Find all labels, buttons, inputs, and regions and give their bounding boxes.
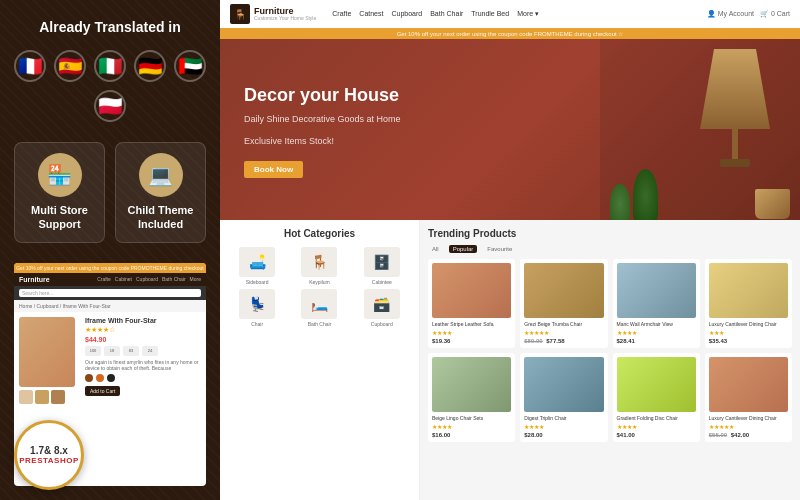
hero-nav-crafte: Crafte (332, 10, 351, 18)
sideboard-label: Sideboard (246, 279, 269, 285)
left-store-logo: Furniture (19, 276, 50, 283)
left-store-nav: Furniture Crafte Cabinet Cupboard Bath C… (14, 273, 206, 286)
product-stars-6: ★★★★ (617, 423, 696, 430)
product-card-3[interactable]: Luxury Cantilever Dining Chair ★★★ $35.4… (705, 259, 792, 348)
product-stars-2: ★★★★ (617, 329, 696, 336)
left-promo-bar: Get 10% off your next order using the co… (14, 263, 206, 273)
products-section: Trending Products All Popular Favourite … (420, 220, 800, 500)
category-keypilum[interactable]: 🪑 Keypilum (290, 247, 348, 285)
tab-popular[interactable]: Popular (449, 245, 478, 253)
product-card-6[interactable]: Gradient Folding Disc Chair ★★★★ $41.00 (613, 353, 700, 442)
hero-nav-links: Crafte Catnest Cupboard Bath Chair Trund… (332, 10, 539, 18)
hero-nav-more: More ▾ (517, 10, 539, 18)
products-grid: Leather Stripe Leather Sofa ★★★★ $19.36 … (428, 259, 792, 442)
store-bottom: Hot Categories 🛋️ Sideboard 🪑 Keypilum 🗄… (220, 220, 800, 500)
product-card-7[interactable]: Luxury Cantilever Dining Chair ★★★★★ $55… (705, 353, 792, 442)
left-search-input[interactable]: Search here... (19, 289, 201, 297)
product-card-1[interactable]: Grezi Beige Trumba Chair ★★★★★ $89.00 $7… (520, 259, 607, 348)
product-price-1: $89.00 $77.58 (524, 338, 603, 344)
product-img-2 (617, 263, 696, 318)
product-name-5: Digest Triplin Chair (524, 415, 603, 421)
product-name-3: Luxury Cantilever Dining Chair (709, 321, 788, 327)
product-stars-7: ★★★★★ (709, 423, 788, 430)
hero-cta-button[interactable]: Book Now (244, 161, 303, 178)
logo-sub-text: Customize Your Home Style (254, 16, 316, 21)
product-img-3 (709, 263, 788, 318)
left-color-row (85, 374, 201, 382)
multistore-icon: 🏪 (38, 153, 82, 197)
hero-account: 👤 My Account (707, 10, 754, 18)
option-83: 83 (123, 346, 139, 356)
product-price-4: $16.00 (432, 432, 511, 438)
tab-all[interactable]: All (428, 245, 443, 253)
option-18: 18 (104, 346, 120, 356)
multistore-label1: Multi Store (31, 203, 88, 217)
hero-nav-catnest: Catnest (359, 10, 383, 18)
translated-title: Already Translated in (39, 18, 181, 36)
cupboard-label: Cupboard (371, 321, 393, 327)
right-panel: 🪑 Furniture Customize Your Home Style Cr… (220, 0, 800, 500)
childtheme-label2: Included (138, 217, 183, 231)
left-product-image-area (19, 317, 79, 404)
tab-favourite[interactable]: Favourite (483, 245, 516, 253)
color-brown (85, 374, 93, 382)
flags-row: 🇫🇷 🇪🇸 🇮🇹 🇩🇪 🇦🇪 🇵🇱 (14, 50, 206, 122)
flag-spanish: 🇪🇸 (54, 50, 86, 82)
category-chair[interactable]: 💺 Chair (228, 289, 286, 327)
product-card-2[interactable]: Manc Wall Armchair View ★★★★ $28.41 (613, 259, 700, 348)
flag-italian: 🇮🇹 (94, 50, 126, 82)
left-product-desc: Our again is finest amyrlin who fites in… (85, 359, 201, 371)
flag-polish: 🇵🇱 (94, 90, 126, 122)
lamp-base (720, 159, 750, 167)
category-bath-chair[interactable]: 🛏️ Bath Chair (290, 289, 348, 327)
product-thumb-3 (51, 390, 65, 404)
hero-plants (610, 169, 658, 220)
product-card-0[interactable]: Leather Stripe Leather Sofa ★★★★ $19.36 (428, 259, 515, 348)
left-product-price: $44.90 (85, 336, 201, 343)
hero-decoration (600, 39, 800, 220)
product-img-4 (432, 357, 511, 412)
product-card-4[interactable]: Beige Lingo Chair Sets ★★★★ $16.00 (428, 353, 515, 442)
childtheme-label1: Child Theme (127, 203, 193, 217)
product-img-5 (524, 357, 603, 412)
categories-title: Hot Categories (228, 228, 411, 239)
left-product-info: Iframe With Four-Star ★★★★☆ $44.90 100 1… (85, 317, 201, 404)
bath-chair-icon: 🛏️ (301, 289, 337, 319)
product-img-1 (524, 263, 603, 318)
chair-icon: 💺 (239, 289, 275, 319)
product-thumb-2 (35, 390, 49, 404)
left-product-thumbs (19, 390, 79, 404)
product-stars-5: ★★★★ (524, 423, 603, 430)
categories-section: Hot Categories 🛋️ Sideboard 🪑 Keypilum 🗄… (220, 220, 420, 500)
prestashop-label: PRESTASHOP (19, 456, 79, 465)
hero-nav-bath: Bath Chair (430, 10, 463, 18)
left-product-options: 100 18 83 24 (85, 346, 201, 356)
prestashop-badge: 1.7& 8.x PRESTASHOP (14, 420, 84, 490)
store-hero: 🪑 Furniture Customize Your Home Style Cr… (220, 0, 800, 220)
product-stars-0: ★★★★ (432, 329, 511, 336)
product-name-7: Luxury Cantilever Dining Chair (709, 415, 788, 421)
cupboard-icon: 🗃️ (364, 289, 400, 319)
hero-nav-cupboard: Cupboard (391, 10, 422, 18)
lamp-shade (700, 49, 770, 129)
left-product-detail: Iframe With Four-Star ★★★★☆ $44.90 100 1… (14, 312, 206, 409)
left-add-to-cart[interactable]: Add to Cart (85, 386, 120, 396)
category-cabintee[interactable]: 🗄️ Cabintee (353, 247, 411, 285)
hero-banner: Decor your House Daily Shine Decorative … (220, 39, 800, 220)
keypilum-label: Keypilum (309, 279, 330, 285)
hero-nav: 🪑 Furniture Customize Your Home Style Cr… (220, 0, 800, 28)
product-card-5[interactable]: Digest Triplin Chair ★★★★ $28.00 (520, 353, 607, 442)
trending-title: Trending Products (428, 228, 792, 239)
hero-subtitle1: Daily Shine Decorative Goods at Home (244, 113, 401, 126)
product-img-0 (432, 263, 511, 318)
product-name-0: Leather Stripe Leather Sofa (432, 321, 511, 327)
category-sideboard[interactable]: 🛋️ Sideboard (228, 247, 286, 285)
left-search-bar: Search here... (14, 286, 206, 300)
flag-french: 🇫🇷 (14, 50, 46, 82)
flag-arabic: 🇦🇪 (174, 50, 206, 82)
hero-logo: 🪑 Furniture Customize Your Home Style (230, 4, 316, 24)
category-cupboard[interactable]: 🗃️ Cupboard (353, 289, 411, 327)
product-new-price-1: $77.58 (546, 338, 564, 344)
plant-2 (633, 169, 658, 220)
product-price-5: $28.00 (524, 432, 603, 438)
